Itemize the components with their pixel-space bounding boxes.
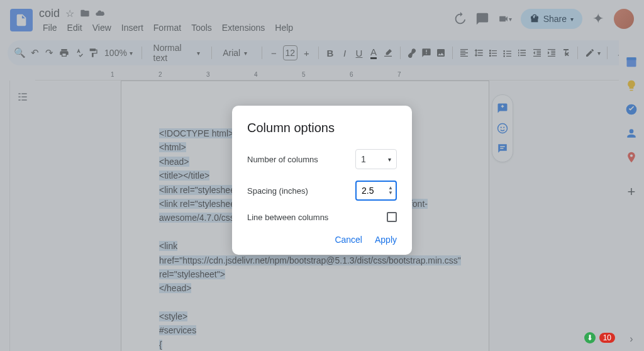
download-icon: ⬇ — [584, 332, 596, 343]
notification-count: 10 — [599, 333, 615, 343]
line-between-label: Line between columns — [247, 213, 328, 222]
apply-button[interactable]: Apply — [375, 235, 397, 245]
explore-badge[interactable]: ⬇ 10 — [584, 332, 615, 343]
num-columns-label: Number of columns — [247, 155, 318, 164]
dialog-title: Column options — [247, 121, 397, 135]
cancel-button[interactable]: Cancel — [335, 235, 362, 245]
spacing-field[interactable] — [362, 186, 383, 196]
spacing-stepper[interactable]: ▲▼ — [388, 186, 393, 196]
num-columns-select[interactable]: 1 ▾ — [355, 149, 397, 169]
spacing-label: Spacing (inches) — [247, 186, 308, 196]
modal-overlay: Column options Number of columns 1 ▾ Spa… — [0, 0, 644, 351]
line-between-checkbox[interactable] — [387, 212, 397, 222]
column-options-dialog: Column options Number of columns 1 ▾ Spa… — [232, 106, 412, 255]
spacing-input[interactable]: ▲▼ — [355, 181, 397, 201]
